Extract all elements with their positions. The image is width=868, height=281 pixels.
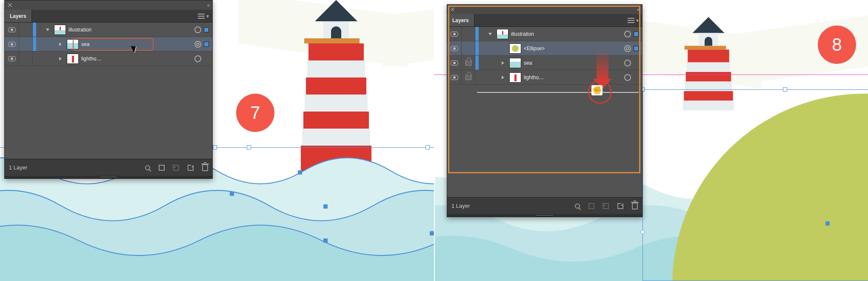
layer-thumbnail — [67, 54, 79, 64]
disclosure-triangle-icon[interactable] — [488, 33, 492, 35]
disclosure-triangle-icon[interactable] — [502, 61, 504, 65]
layer-row-lighthouse[interactable]: lightho… — [5, 52, 212, 66]
layer-row-illustration[interactable]: illustration — [447, 27, 642, 41]
layer-name-label[interactable]: sea — [81, 41, 192, 47]
selection-handle[interactable] — [640, 230, 645, 234]
visibility-toggle-icon[interactable] — [8, 42, 16, 47]
disclosure-triangle-icon[interactable] — [59, 57, 62, 60]
target-icon[interactable] — [194, 41, 201, 48]
target-icon[interactable] — [624, 45, 631, 52]
delete-layer-icon[interactable] — [632, 203, 638, 209]
layer-count-label: 1 Layer — [451, 203, 470, 209]
layers-tab[interactable]: Layers — [447, 14, 474, 26]
layer-color-chip — [204, 27, 209, 32]
new-layer-icon[interactable] — [188, 165, 194, 171]
layer-row-sea[interactable]: sea — [5, 37, 212, 52]
anchor-point[interactable] — [323, 238, 328, 243]
close-icon[interactable] — [7, 2, 13, 8]
layer-color-chip — [634, 32, 639, 37]
lock-column[interactable] — [19, 52, 33, 66]
lock-toggle-icon[interactable] — [462, 56, 475, 70]
screenshot-divider — [434, 0, 435, 281]
visibility-toggle-icon[interactable] — [8, 27, 16, 32]
layer-row-sea[interactable]: sea — [447, 56, 642, 70]
panel-resize-grip[interactable] — [5, 176, 212, 178]
target-icon[interactable] — [624, 31, 631, 37]
delete-layer-icon[interactable] — [202, 164, 208, 171]
collapse-icon[interactable]: « — [637, 7, 640, 12]
layers-list: illustration <Ellipse> — [447, 27, 642, 197]
center-point[interactable] — [825, 221, 830, 226]
selection-handle[interactable] — [247, 145, 251, 149]
make-clipping-mask-icon[interactable] — [159, 165, 165, 171]
visibility-toggle-icon[interactable] — [451, 75, 458, 80]
layer-name-label: illustration — [511, 31, 622, 37]
create-sublayer-icon[interactable] — [603, 203, 609, 209]
new-layer-icon[interactable] — [617, 203, 623, 209]
collapse-icon[interactable]: « — [207, 3, 210, 8]
panel-menu-button[interactable]: ▾ — [194, 10, 212, 22]
layer-name-label: illustration — [69, 27, 192, 33]
make-clipping-mask-icon[interactable] — [588, 203, 594, 209]
close-icon[interactable] — [450, 6, 456, 12]
layer-thumbnail — [497, 29, 508, 39]
disclosure-triangle-icon[interactable] — [502, 76, 504, 79]
anchor-point[interactable] — [298, 170, 302, 175]
layers-tab[interactable]: Layers — [5, 10, 32, 22]
target-icon[interactable] — [624, 60, 631, 66]
layer-thumbnail — [509, 43, 521, 54]
disclosure-triangle-icon[interactable] — [59, 43, 62, 46]
disclosure-triangle-icon[interactable] — [46, 29, 49, 31]
layer-row-ellipse[interactable]: <Ellipse> — [447, 41, 642, 56]
locate-object-icon[interactable] — [145, 165, 150, 170]
grab-cursor-icon: ✊ — [591, 85, 602, 95]
canvas-step-7: 7 « Layers ▾ illustration — [0, 0, 434, 281]
target-icon[interactable] — [624, 74, 631, 81]
layers-panel: « Layers ▾ illustration — [447, 4, 642, 217]
step-badge-7: 7 — [236, 94, 274, 132]
lock-toggle-icon[interactable] — [462, 70, 475, 84]
selection-handle[interactable] — [213, 145, 217, 149]
visibility-toggle-icon[interactable] — [451, 46, 458, 51]
lock-column[interactable] — [19, 37, 33, 51]
drop-indicator — [477, 92, 639, 93]
anchor-point[interactable] — [323, 204, 328, 209]
layer-name-label: lightho… — [81, 56, 192, 62]
lock-column[interactable] — [462, 41, 475, 55]
panel-resize-grip[interactable] — [447, 214, 642, 217]
anchor-point[interactable] — [430, 231, 434, 235]
anchor-point[interactable] — [230, 192, 234, 196]
create-sublayer-icon[interactable] — [173, 165, 179, 171]
layer-color-chip — [634, 46, 639, 51]
layer-color-chip — [204, 42, 209, 47]
lock-column[interactable] — [462, 27, 475, 41]
target-icon[interactable] — [194, 55, 201, 62]
layer-thumbnail — [509, 58, 521, 68]
panel-menu-button[interactable]: ▾ — [624, 14, 642, 26]
layer-count-label: 1 Layer — [9, 164, 27, 171]
visibility-toggle-icon[interactable] — [8, 56, 16, 61]
step-badge-8: 8 — [818, 26, 856, 64]
layer-thumbnail — [67, 39, 79, 49]
layer-row-lighthouse[interactable]: lightho… — [447, 70, 642, 85]
layers-list: illustration sea — [5, 23, 212, 159]
visibility-toggle-icon[interactable] — [451, 60, 458, 66]
layer-thumbnail — [509, 72, 521, 83]
layer-row-illustration[interactable]: illustration — [5, 23, 212, 37]
layer-thumbnail — [54, 25, 66, 35]
selection-bounds — [642, 89, 868, 281]
visibility-toggle-icon[interactable] — [451, 32, 458, 37]
selection-handle[interactable] — [783, 87, 787, 92]
canvas-step-8: 8 « Layers ▾ illustration — [434, 0, 868, 281]
target-icon[interactable] — [194, 26, 201, 33]
layers-panel: « Layers ▾ illustration — [4, 0, 213, 179]
locate-object-icon[interactable] — [575, 204, 580, 209]
lock-column[interactable] — [19, 23, 33, 37]
selection-handle[interactable] — [425, 145, 430, 149]
